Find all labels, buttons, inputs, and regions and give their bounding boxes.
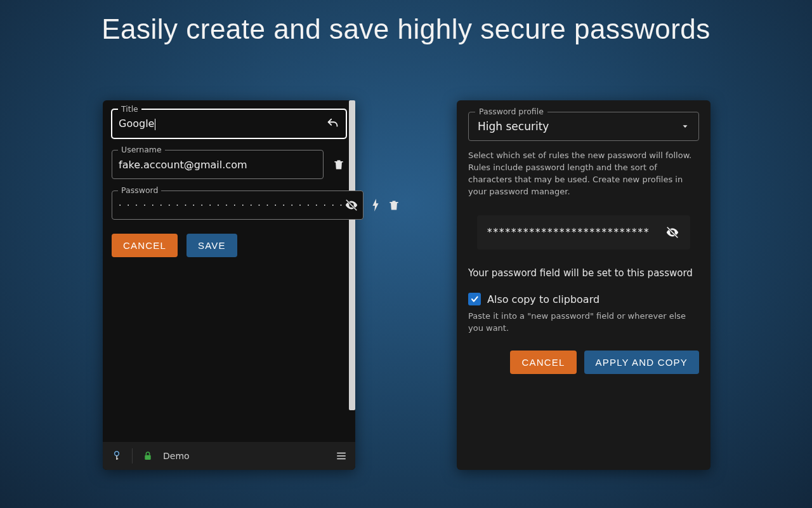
apply-and-copy-button[interactable]: APPLY AND COPY	[584, 351, 699, 374]
hamburger-menu-icon[interactable]	[334, 448, 349, 464]
svg-marker-12	[683, 125, 688, 128]
svg-rect-11	[337, 458, 346, 460]
svg-rect-7	[116, 458, 118, 460]
delete-password-icon[interactable]	[388, 197, 400, 213]
paste-help-text: Paste it into a "new password" field or …	[468, 311, 699, 333]
title-label: Title	[118, 104, 141, 114]
generated-password-masked: ***************************	[487, 227, 665, 238]
chevron-down-icon	[681, 122, 690, 131]
svg-rect-4	[390, 202, 398, 203]
password-label: Password	[118, 185, 161, 195]
database-name[interactable]: Demo	[163, 451, 190, 461]
generate-password-icon[interactable]	[371, 197, 380, 213]
svg-rect-8	[145, 455, 150, 460]
lock-icon[interactable]	[140, 448, 155, 464]
scrollbar[interactable]	[349, 100, 355, 410]
svg-marker-3	[372, 199, 378, 211]
cancel-button[interactable]: CANCEL	[510, 351, 576, 374]
title-value: Google	[119, 117, 154, 130]
app-key-icon[interactable]	[109, 448, 124, 464]
svg-rect-0	[334, 161, 343, 163]
copy-to-clipboard-checkbox[interactable]	[468, 293, 481, 305]
toggle-visibility-icon[interactable]	[665, 225, 680, 240]
username-label: Username	[118, 145, 165, 154]
password-profile-label: Password profile	[475, 107, 547, 116]
set-password-note: Your password field will be set to this …	[468, 267, 699, 279]
footer-divider	[132, 448, 133, 464]
password-profile-panel: Password profile High security Select wh…	[457, 100, 710, 470]
profile-help-text: Select which set of rules the new passwo…	[468, 150, 699, 197]
password-masked: · · · · · · · · · · · · · · · · · · · · …	[119, 200, 344, 210]
svg-rect-9	[337, 453, 346, 454]
copy-to-clipboard-label: Also copy to clipboard	[487, 293, 599, 305]
toggle-visibility-icon[interactable]	[344, 197, 359, 213]
undo-icon[interactable]	[325, 116, 341, 131]
username-value: fake.account@gmail.com	[119, 159, 317, 171]
svg-point-5	[115, 451, 119, 456]
title-input[interactable]: Google	[112, 109, 346, 138]
password-profile-select[interactable]: Password profile High security	[468, 112, 699, 141]
cancel-button[interactable]: CANCEL	[112, 234, 178, 257]
password-profile-value: High security	[478, 120, 681, 133]
delete-username-icon[interactable]	[331, 157, 346, 172]
svg-rect-10	[337, 455, 346, 457]
generated-password-display: ***************************	[477, 215, 690, 250]
entry-editor-panel: Title Google Username fake.account@gmail…	[103, 100, 355, 470]
marketing-headline: Easily create and save highly secure pas…	[0, 0, 812, 46]
save-button[interactable]: SAVE	[187, 234, 237, 257]
